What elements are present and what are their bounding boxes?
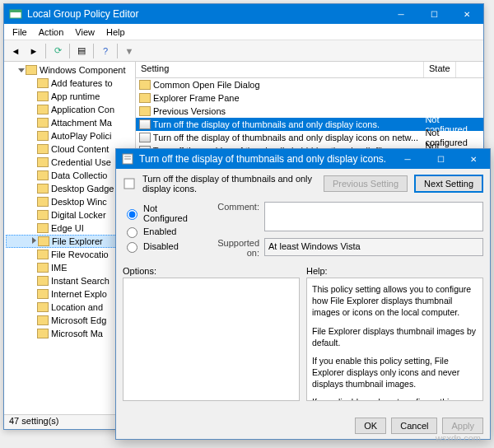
tree-item-label: Add features to — [51, 78, 113, 88]
menu-view[interactable]: View — [70, 26, 100, 39]
col-state[interactable]: State — [424, 62, 456, 77]
tree-item[interactable]: Attachment Ma — [6, 116, 133, 129]
folder-icon — [37, 263, 49, 273]
tree-item-label: Credential Use — [51, 157, 111, 167]
ok-button[interactable]: OK — [355, 418, 386, 434]
tree-item[interactable]: AutoPlay Polici — [6, 129, 133, 142]
help-para: If you disable or do not configure this … — [312, 396, 478, 401]
folder-icon — [37, 289, 49, 299]
radio-group: Not Configured Enabled Disabled — [123, 202, 197, 263]
folder-icon — [37, 276, 49, 286]
tree-item-label: Internet Explo — [51, 289, 107, 299]
dialog-buttons: OK Cancel Apply — [355, 418, 483, 434]
close-button[interactable]: ✕ — [450, 4, 483, 24]
tree-item[interactable]: App runtime — [6, 90, 133, 103]
dialog-minimize-button[interactable]: ─ — [391, 149, 424, 169]
tree-item-label: Desktop Winc — [51, 197, 107, 207]
folder-icon — [37, 144, 49, 154]
help-box[interactable]: This policy setting allows you to config… — [306, 278, 483, 401]
titlebar[interactable]: Local Group Policy Editor ─ ☐ ✕ — [4, 4, 483, 24]
setting-dialog: Turn off the display of thumbnails and o… — [115, 148, 491, 440]
tree-item-label: App runtime — [51, 91, 100, 101]
toolbar: ◄ ► ⟳ ▤ ? ▼ — [4, 40, 483, 62]
tree-root[interactable]: Windows Component — [6, 63, 133, 77]
dialog-body: Not Configured Enabled Disabled Comment:… — [116, 198, 490, 266]
tree-item[interactable]: Digital Locker — [6, 208, 133, 222]
tree-item[interactable]: Edge UI — [6, 222, 133, 235]
tree-item-label: Edge UI — [51, 223, 84, 233]
tree-item[interactable]: Data Collectio — [6, 169, 133, 182]
menu-file[interactable]: File — [7, 26, 32, 39]
refresh-button[interactable]: ⟳ — [49, 43, 66, 59]
watermark: wsxdn.com — [436, 433, 481, 443]
tree-item-label: File Revocatio — [51, 250, 109, 259]
tree-item[interactable]: File Explorer — [6, 235, 133, 248]
svg-rect-1 — [10, 10, 21, 12]
tree-item-label: Digital Locker — [51, 210, 106, 220]
list-row[interactable]: Common Open File Dialog — [136, 78, 483, 91]
dialog-maximize-button[interactable]: ☐ — [424, 149, 457, 169]
tree-label: Windows Component — [40, 65, 126, 75]
minimize-button[interactable]: ─ — [384, 4, 417, 24]
maximize-button[interactable]: ☐ — [417, 4, 450, 24]
col-setting[interactable]: Setting — [136, 62, 424, 77]
forward-button[interactable]: ► — [26, 43, 42, 59]
help-para: File Explorer displays thumbnail images … — [312, 325, 478, 348]
dialog-title: Turn off the display of thumbnails and o… — [139, 153, 391, 165]
dialog-heading: Turn off the display of thumbnails and o… — [142, 174, 317, 194]
radio-enabled[interactable]: Enabled — [123, 225, 197, 238]
tree-item[interactable]: File Revocatio — [6, 248, 133, 261]
menubar: File Action View Help — [4, 24, 483, 40]
radio-disabled[interactable]: Disabled — [123, 240, 197, 253]
tree-item[interactable]: Credential Use — [6, 156, 133, 169]
cancel-button[interactable]: Cancel — [391, 418, 437, 434]
tree-item[interactable]: Add features to — [6, 77, 133, 90]
folder-icon — [37, 223, 49, 233]
tree-item[interactable]: Location and — [6, 301, 133, 314]
folder-icon — [37, 329, 49, 338]
folder-icon — [37, 184, 49, 194]
help-button[interactable]: ? — [97, 43, 114, 59]
folder-icon — [37, 170, 49, 180]
radio-not-configured[interactable]: Not Configured — [123, 203, 197, 223]
tree-item[interactable]: Internet Explo — [6, 287, 133, 301]
folder-icon — [37, 118, 49, 128]
folder-icon — [37, 131, 49, 141]
row-name: Explorer Frame Pane — [153, 93, 429, 103]
help-label: Help: — [306, 266, 483, 276]
back-button[interactable]: ◄ — [7, 43, 24, 59]
tree-item-label: Data Collectio — [51, 170, 107, 180]
folder-icon — [38, 236, 49, 246]
tree-item-label: Instant Search — [51, 276, 110, 286]
menu-action[interactable]: Action — [34, 26, 69, 39]
comment-label: Comment: — [203, 202, 264, 233]
tree-item[interactable]: Cloud Content — [6, 142, 133, 156]
supported-label: Supported on: — [203, 238, 264, 258]
folder-icon — [37, 210, 49, 220]
list-header: Setting State — [136, 62, 483, 78]
folder-icon — [37, 250, 49, 259]
dialog-header: Turn off the display of thumbnails and o… — [116, 169, 490, 198]
folder-icon — [26, 65, 37, 75]
previous-setting-button: Previous Setting — [324, 175, 408, 192]
tree-item[interactable]: Desktop Winc — [6, 195, 133, 208]
status-text: 47 setting(s) — [9, 416, 59, 426]
tree-item-label: File Explorer — [52, 236, 103, 246]
tree-item[interactable]: Application Con — [6, 103, 133, 116]
folder-icon — [37, 91, 49, 101]
dialog-close-button[interactable]: ✕ — [457, 149, 490, 169]
properties-button[interactable]: ▤ — [73, 43, 90, 59]
tree-item[interactable]: Microsoft Ma — [6, 327, 133, 340]
tree-item-label: Microsoft Ma — [51, 329, 103, 338]
tree-item[interactable]: Desktop Gadge — [6, 182, 133, 195]
menu-help[interactable]: Help — [101, 26, 130, 39]
tree-item[interactable]: Instant Search — [6, 274, 133, 287]
tree-item[interactable]: Microsoft Edg — [6, 314, 133, 327]
apply-button[interactable]: Apply — [442, 418, 483, 434]
list-row[interactable]: Explorer Frame Pane — [136, 91, 483, 105]
filter-button[interactable]: ▼ — [121, 43, 137, 59]
comment-textarea[interactable] — [264, 202, 483, 231]
next-setting-button[interactable]: Next Setting — [414, 175, 483, 193]
dialog-titlebar[interactable]: Turn off the display of thumbnails and o… — [116, 149, 490, 169]
tree-item[interactable]: IME — [6, 261, 133, 274]
